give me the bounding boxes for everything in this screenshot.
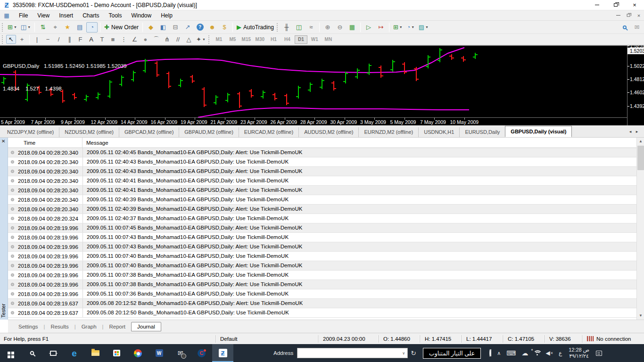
profiles-button[interactable]: ◫▼ — [19, 22, 32, 33]
fibo-arc-button[interactable]: ⌒ — [151, 35, 161, 44]
journal-row[interactable]: 2018.09.04 00:28:19.9962009.05.11 00:07:… — [8, 289, 636, 299]
chart-tab-eurcad[interactable]: EURCAD,M2 (offline) — [239, 127, 298, 137]
taskbar-start-button[interactable] — [0, 344, 21, 362]
journal-row[interactable]: 2018.09.04 00:28:20.3402009.05.11 02:40:… — [8, 148, 636, 157]
tester-tab-report[interactable]: Report — [103, 322, 131, 331]
menu-help[interactable]: Help — [156, 11, 177, 20]
journal-row[interactable]: 2018.09.04 00:28:20.3402009.05.11 02:40:… — [8, 186, 636, 195]
taskbar-task-view-button[interactable] — [42, 344, 64, 362]
market-watch-button[interactable]: ⇅ — [37, 22, 49, 33]
chart-tab-gbpaud[interactable]: GBPAUD,M2 (offline) — [179, 127, 239, 137]
taskbar-store-app[interactable] — [106, 344, 127, 362]
journal-row[interactable]: 2018.09.04 00:28:19.9962009.05.11 00:07:… — [8, 233, 636, 242]
chart-tab-gbpusd[interactable]: GBPUSD,Daily (visual) — [505, 126, 572, 137]
taskbar-edge-app[interactable]: e — [64, 344, 85, 362]
taskbar-word-app[interactable]: W — [149, 344, 170, 362]
taskbar-clock[interactable]: 12:28 ص ٣٩/١٢/٢٤ — [569, 347, 589, 359]
chart-plot[interactable]: GBPUSD,Daily 1.51985 1.52450 1.51985 1.5… — [0, 46, 627, 117]
navigator-button[interactable]: ★ — [62, 22, 73, 33]
close-button[interactable]: × — [625, 0, 644, 10]
address-go-icon[interactable]: ↻ — [411, 349, 416, 357]
templates-button[interactable]: ▨▼ — [417, 22, 430, 33]
wifi-icon[interactable]: * — [534, 350, 540, 356]
address-input[interactable]: ∨ — [297, 348, 408, 358]
action-center-icon[interactable] — [596, 351, 607, 356]
candlestick-mode-button[interactable]: ◫ — [293, 22, 305, 33]
autotrading-button[interactable]: ▶AutoTrading — [235, 22, 275, 33]
minimize-button[interactable] — [587, 0, 606, 10]
people-icon[interactable] — [489, 350, 491, 356]
new-order-button[interactable]: ✚New Order — [103, 22, 140, 33]
vertical-line-button[interactable]: | — [32, 35, 42, 44]
horizontal-line-button[interactable]: − — [43, 35, 53, 44]
menu-charts[interactable]: Charts — [78, 11, 104, 20]
timeframe-mn[interactable]: MN — [322, 35, 335, 44]
onedrive-cloud-icon[interactable]: ☁ — [522, 349, 528, 357]
menu-file[interactable]: File — [14, 11, 33, 20]
dropdown-arrow-icon[interactable]: ▼ — [202, 38, 206, 41]
journal-row[interactable]: 2018.09.04 00:28:19.9962009.05.11 00:07:… — [8, 280, 636, 289]
chart-tab-eurusd[interactable]: EURUSD,Daily — [459, 127, 505, 137]
search-button[interactable] — [619, 22, 630, 33]
data-window-button[interactable]: ⌖ — [50, 22, 61, 33]
new-chart-button[interactable]: ⊞▼ — [6, 22, 18, 33]
taskbar-metatrader-app[interactable]: Ƶ — [212, 344, 233, 362]
menu-window[interactable]: Window — [127, 11, 157, 20]
journal-row[interactable]: 2018.09.04 00:28:20.3242009.05.11 02:40:… — [8, 214, 636, 223]
dropdown-arrow-icon[interactable]: ▼ — [14, 25, 17, 29]
journal-column-message[interactable]: Message — [83, 140, 108, 146]
periods-button[interactable]: ◔▼ — [405, 22, 416, 33]
dropdown-arrow-icon[interactable]: ▼ — [425, 25, 429, 29]
strategy-tester-button[interactable]: ◔ — [86, 22, 98, 33]
tester-tab-journal[interactable]: Journal — [131, 322, 161, 331]
menu-tools[interactable]: Tools — [104, 11, 127, 20]
journal-column-time[interactable]: Time — [8, 138, 83, 148]
journal-row[interactable]: 2018.09.04 00:28:19.9962009.05.11 00:07:… — [8, 261, 636, 271]
menu-view[interactable]: View — [33, 11, 54, 20]
journal-row[interactable]: 2018.09.04 00:28:20.3402009.05.11 02:40:… — [8, 157, 636, 167]
print-preview-button[interactable]: ↗ — [182, 22, 193, 33]
timeframe-w1[interactable]: W1 — [308, 35, 321, 44]
tester-tab-graph[interactable]: Graph — [76, 322, 102, 331]
arrow-styles-button[interactable]: ✦▼ — [195, 35, 207, 44]
journal-row[interactable]: 2018.09.04 00:28:19.9962009.05.11 00:07:… — [8, 223, 636, 233]
line-chart-mode-button[interactable]: ≈ — [305, 22, 317, 33]
taskbar-chrome-app[interactable] — [127, 344, 149, 362]
chat-button[interactable]: ✉ — [631, 22, 643, 33]
rectangle-button[interactable]: ■ — [108, 35, 118, 44]
equidistant-channel-button[interactable]: ∥ — [65, 35, 74, 44]
journal-row[interactable]: 2018.09.04 00:28:20.3402009.05.11 02:40:… — [8, 195, 636, 205]
timeframe-m15[interactable]: M15 — [240, 35, 253, 44]
dropdown-arrow-icon[interactable]: ▼ — [411, 25, 414, 29]
terminal-button[interactable]: ▤ — [74, 22, 85, 33]
scroll-up-icon[interactable]: ▲ — [637, 138, 644, 145]
tray-chevron-icon[interactable]: ∧ — [497, 350, 501, 356]
text-button[interactable]: A — [86, 35, 96, 44]
taskbar-mail-app[interactable]: ✉ — [170, 344, 191, 362]
language-indicator[interactable]: ع — [559, 350, 562, 356]
child-close-button[interactable]: × — [634, 13, 644, 18]
status-profile[interactable]: Default — [215, 335, 318, 343]
menu-insert[interactable]: Insert — [54, 11, 78, 20]
journal-row[interactable]: 2018.09.04 00:28:19.6372009.05.08 20:12:… — [8, 308, 636, 318]
fibo-fan-button[interactable]: ∠ — [130, 35, 140, 44]
zoom-in-button[interactable]: ⊕ — [322, 22, 333, 33]
restore-button[interactable] — [606, 0, 625, 10]
timeframe-m5[interactable]: M5 — [226, 35, 239, 44]
tester-tab-results[interactable]: Results — [45, 322, 74, 331]
timeframe-m30[interactable]: M30 — [254, 35, 266, 44]
text-label-button[interactable]: T — [97, 35, 107, 44]
ellipse-button[interactable]: ● — [140, 35, 150, 44]
timeframe-d1[interactable]: D1 — [295, 35, 307, 44]
scroll-down-icon[interactable]: ▼ — [637, 312, 644, 320]
chart-tab-nzdjpy[interactable]: NZDJPY,M2 (offline) — [2, 127, 59, 137]
tester-close-icon[interactable]: ✕ — [1, 139, 5, 144]
trendline-button[interactable]: / — [54, 35, 64, 44]
chart-window-button[interactable]: ◧ — [157, 22, 169, 33]
auto-scroll-button[interactable]: ▷ — [363, 22, 374, 33]
tabs-scroll-left-icon[interactable]: ◂ — [627, 129, 634, 134]
touch-keyboard-icon[interactable]: ⌨ — [506, 349, 516, 357]
chart-tab-eurnzd[interactable]: EURNZD,M2 (offline) — [358, 127, 418, 137]
help-button[interactable]: ? — [194, 22, 206, 33]
chart-tab-audusd[interactable]: AUDUSD,M2 (offline) — [298, 127, 358, 137]
